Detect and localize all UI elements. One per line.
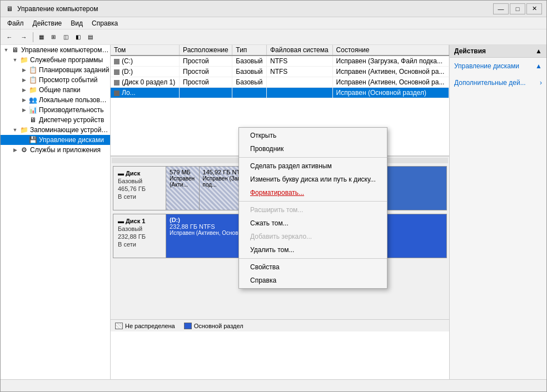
legend-primary: Основной раздел	[184, 323, 243, 329]
actions-panel: Действия ▲ Управление дисками ▲ Дополнит…	[449, 45, 546, 379]
disk0-icon: ▬ Диск	[118, 170, 161, 177]
expand-shares[interactable]: ▶	[19, 86, 28, 94]
expand-tools[interactable]: ▼	[11, 56, 19, 64]
expand-root[interactable]: ▼	[2, 46, 11, 54]
minimize-button[interactable]: —	[493, 3, 509, 14]
expand-services[interactable]: ▶	[11, 145, 19, 154]
icon-devmgr: 🖥	[28, 115, 37, 124]
tree-item-shares[interactable]: ▶ 📁 Общие папки	[1, 85, 110, 95]
actions-title: Действия	[454, 47, 486, 55]
menubar: Файл Действие Вид Справка	[1, 17, 546, 29]
toolbar-btn3[interactable]: ◫	[60, 31, 71, 43]
part0-0-size: 579 МБ	[170, 169, 196, 175]
menu-help[interactable]: Справка	[87, 18, 122, 28]
legend-bar: Не распределена Основной раздел	[111, 319, 449, 331]
tree-item-diskmgmt[interactable]: 💾 Управление дисками	[1, 135, 110, 145]
maximize-button[interactable]: □	[510, 3, 525, 14]
menu-action[interactable]: Действие	[28, 18, 67, 28]
cell-fs	[266, 77, 332, 88]
menu-file[interactable]: Файл	[3, 18, 28, 28]
actions-diskmgmt-arrow: ▲	[535, 62, 542, 70]
legend-primary-label: Основной раздел	[194, 323, 243, 329]
tree-item-storage[interactable]: ▼ 📁 Запоминающие устройст...	[1, 125, 110, 135]
toolbar-back[interactable]: ←	[3, 31, 16, 43]
actions-more-title[interactable]: Дополнительные дей... ›	[450, 77, 546, 89]
legend-unallocated: Не распределена	[115, 323, 175, 329]
disk0-size: 465,76 ГБ	[118, 185, 161, 192]
tree-item-devmgr[interactable]: 🖥 Диспетчер устройств	[1, 115, 110, 125]
menu-view[interactable]: Вид	[66, 18, 87, 28]
inner-area: Открыть Проводник Сделать раздел активны…	[111, 45, 449, 379]
icon-diskmgmt: 💾	[28, 135, 37, 144]
partition-0-0[interactable]: 579 МБ Исправен (Акти...	[166, 167, 200, 210]
ctx-changeletter[interactable]: Изменить букву диска или путь к диску...	[239, 173, 387, 186]
tree-item-root[interactable]: ▼ 🖥 Управление компьютером (л...	[1, 45, 110, 55]
icon-root: 🖥	[11, 46, 19, 54]
ctx-format[interactable]: Форматировать...	[239, 186, 387, 199]
tree-item-perf[interactable]: ▶ 📊 Производительность	[1, 105, 110, 115]
expand-perf[interactable]: ▶	[19, 105, 28, 114]
tree-item-services[interactable]: ▶ ⚙ Службы и приложения	[1, 145, 110, 155]
disk1-icon: ▬ Диск 1	[118, 218, 161, 224]
label-perf: Производительность	[39, 106, 103, 114]
table-row-selected[interactable]: Ло... Исправен (Основной раздел)	[111, 88, 449, 98]
ctx-sep2	[239, 201, 387, 202]
expand-scheduler[interactable]: ▶	[19, 66, 28, 74]
label-devmgr: Диспетчер устройств	[39, 116, 104, 124]
toolbar-btn5[interactable]: ▤	[84, 31, 96, 43]
cell-fs	[266, 88, 332, 98]
ctx-setactive[interactable]: Сделать раздел активным	[239, 159, 387, 173]
toolbar-btn4[interactable]: ◧	[72, 31, 83, 43]
disk0-type: Базовый	[118, 178, 161, 184]
table-row[interactable]: (C:) Простой Базовый NTFS Исправен (Загр…	[111, 56, 449, 67]
close-button[interactable]: ✕	[526, 3, 542, 14]
col-location[interactable]: Расположение	[180, 45, 232, 56]
titlebar: 🖥 Управление компьютером — □ ✕	[1, 1, 546, 17]
statusbar	[1, 379, 546, 391]
disk1-type: Базовый	[118, 225, 161, 232]
icon-perf: 📊	[28, 105, 37, 114]
ctx-sep3	[239, 258, 387, 259]
col-status[interactable]: Состояние	[332, 45, 449, 56]
cell-location: Простой	[180, 77, 232, 88]
ctx-mirror[interactable]: Добавить зеркало...	[239, 230, 387, 243]
ctx-help[interactable]: Справка	[239, 274, 387, 287]
toolbar-btn1[interactable]: ▦	[36, 31, 47, 43]
cell-status: Исправен (Активен, Основной ра...	[332, 77, 449, 88]
toolbar-forward[interactable]: →	[17, 31, 31, 43]
col-type[interactable]: Тип	[232, 45, 267, 56]
tree-item-scheduler[interactable]: ▶ 📋 Планировщик заданий	[1, 65, 110, 75]
ctx-shrink[interactable]: Сжать том...	[239, 217, 387, 230]
icon-tools: 📁	[19, 56, 28, 64]
ctx-explorer[interactable]: Проводник	[239, 142, 387, 155]
actions-diskmgmt-title[interactable]: Управление дисками ▲	[450, 60, 546, 72]
cell-name: Ло...	[111, 88, 180, 98]
ctx-open[interactable]: Открыть	[239, 129, 387, 142]
col-tom[interactable]: Том	[111, 45, 180, 56]
expand-eventvwr[interactable]: ▶	[19, 76, 28, 84]
actions-section-diskmgmt: Управление дисками ▲	[450, 58, 546, 74]
disk1-status: В сети	[118, 241, 161, 248]
disk-indicator	[114, 59, 120, 64]
cell-type: Базовый	[232, 56, 267, 67]
col-fs[interactable]: Файловая система	[266, 45, 332, 56]
legend-unalloc-box	[115, 323, 123, 329]
tree-item-eventvwr[interactable]: ▶ 📋 Просмотр событий	[1, 75, 110, 85]
ctx-properties[interactable]: Свойства	[239, 260, 387, 274]
cell-status: Исправен (Загрузка, Файл подка...	[332, 56, 449, 67]
tree-item-tools[interactable]: ▼ 📁 Служебные программы	[1, 55, 110, 65]
cell-name: (Диск 0 раздел 1)	[111, 77, 180, 88]
cell-type: Базовый	[232, 67, 267, 77]
expand-localusers[interactable]: ▶	[19, 96, 28, 104]
toolbar-btn2[interactable]: ⊞	[48, 31, 59, 43]
ctx-delete[interactable]: Удалить том...	[239, 243, 387, 257]
ctx-extend[interactable]: Расширить том...	[239, 203, 387, 217]
label-scheduler: Планировщик заданий	[39, 66, 109, 74]
left-panel: ▼ 🖥 Управление компьютером (л... ▼ 📁 Слу…	[1, 45, 111, 379]
table-row[interactable]: (D:) Простой Базовый NTFS Исправен (Акти…	[111, 67, 449, 77]
part0-0-status: Исправен (Акти...	[170, 175, 196, 188]
disk-label-0: ▬ Диск Базовый 465,76 ГБ В сети	[113, 167, 166, 210]
table-row[interactable]: (Диск 0 раздел 1) Простой Базовый Исправ…	[111, 77, 449, 88]
tree-item-localusers[interactable]: ▶ 👥 Локальные пользоват...	[1, 95, 110, 105]
expand-storage[interactable]: ▼	[11, 125, 19, 134]
